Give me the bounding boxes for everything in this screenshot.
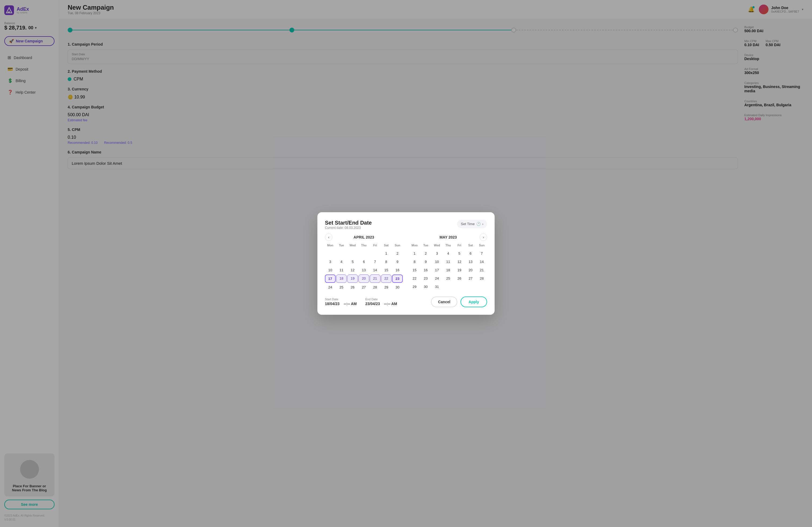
day-header: Thu (443, 243, 453, 249)
calendar-day[interactable]: 8 (381, 258, 392, 266)
may-calendar: MAY 2023 › MonTueWedThuFriSatSun12345678… (409, 235, 487, 291)
calendar-day[interactable]: 4 (336, 258, 347, 266)
calendar-day[interactable]: 16 (392, 266, 403, 274)
calendar-day[interactable]: 22 (409, 274, 420, 282)
calendar-day[interactable]: 14 (476, 258, 487, 266)
calendar-day[interactable]: 23 (420, 274, 431, 282)
calendar-day[interactable]: 10 (325, 266, 336, 274)
day-header: Wed (432, 243, 442, 249)
calendar-day[interactable]: 1 (381, 250, 392, 257)
calendar-day[interactable]: 14 (370, 266, 380, 274)
calendar-day (465, 283, 476, 291)
calendar-day[interactable]: 8 (409, 258, 420, 266)
calendar-day[interactable]: 29 (409, 283, 420, 291)
calendar-day[interactable]: 25 (443, 274, 453, 282)
calendar-day[interactable]: 4 (443, 250, 453, 257)
calendar-day[interactable]: 23 (392, 274, 403, 283)
calendar-day[interactable]: 31 (432, 283, 442, 291)
modal-title: Set Start/End Date (325, 220, 372, 226)
calendar-day[interactable]: 10 (432, 258, 442, 266)
next-month-button[interactable]: › (480, 234, 487, 241)
calendar-day[interactable]: 19 (347, 274, 358, 283)
calendar-day[interactable]: 28 (370, 283, 380, 291)
calendar-day[interactable]: 19 (454, 266, 465, 274)
calendar-day[interactable]: 17 (432, 266, 442, 274)
prev-month-button[interactable]: ‹ (325, 234, 332, 241)
calendar-day[interactable]: 22 (381, 274, 392, 283)
calendar-day[interactable]: 6 (465, 250, 476, 257)
calendar-day[interactable]: 27 (465, 274, 476, 282)
calendar-day[interactable]: 27 (359, 283, 369, 291)
calendar-day[interactable]: 5 (347, 258, 358, 266)
calendar-day (370, 250, 380, 257)
calendar-day[interactable]: 26 (347, 283, 358, 291)
calendar-day (443, 283, 453, 291)
end-date-summary-value: 23/04/23 --:-- AM (365, 302, 397, 306)
calendar-day[interactable]: 2 (420, 250, 431, 257)
calendar-day[interactable]: 21 (476, 266, 487, 274)
end-date-summary: End Date 23/04/23 --:-- AM (365, 298, 397, 306)
clock-icon: 🕐 (476, 222, 481, 226)
start-date-summary-value: 18/04/23 --:-- AM (325, 302, 357, 306)
calendar-day[interactable]: 26 (454, 274, 465, 282)
set-time-button[interactable]: Set Time 🕐 › (457, 220, 487, 228)
modal-overlay[interactable]: Set Start/End Date Current date: 08.03.2… (0, 0, 812, 527)
calendar-day[interactable]: 7 (476, 250, 487, 257)
set-time-chevron-icon: › (482, 222, 483, 226)
calendar-day[interactable]: 21 (370, 274, 380, 283)
calendar-day[interactable]: 18 (336, 274, 347, 283)
calendar-day[interactable]: 6 (359, 258, 369, 266)
calendar-day[interactable]: 13 (359, 266, 369, 274)
calendar-day[interactable]: 2 (392, 250, 403, 257)
calendar-day[interactable]: 15 (409, 266, 420, 274)
calendar-day[interactable]: 11 (443, 258, 453, 266)
may-month-label: MAY 2023 (439, 235, 457, 239)
calendar-day[interactable]: 12 (347, 266, 358, 274)
day-header: Wed (347, 243, 358, 249)
day-header: Fri (370, 243, 380, 249)
start-date-summary-label: Start Date (325, 298, 357, 301)
modal-subtitle: Current date: 08.03.2023 (325, 226, 372, 230)
calendar-day[interactable]: 5 (454, 250, 465, 257)
set-time-label: Set Time (461, 222, 475, 226)
calendar-day[interactable]: 30 (420, 283, 431, 291)
calendar-day[interactable]: 30 (392, 283, 403, 291)
calendar-day[interactable]: 11 (336, 266, 347, 274)
modal-header: Set Start/End Date Current date: 08.03.2… (325, 220, 487, 230)
calendar-day[interactable]: 20 (359, 274, 369, 283)
calendar-day[interactable]: 3 (325, 258, 336, 266)
calendar-day[interactable]: 18 (443, 266, 453, 274)
modal-actions: Cancel Apply (431, 297, 487, 307)
calendar-day[interactable]: 16 (420, 266, 431, 274)
april-month-label: APRIL 2023 (354, 235, 374, 239)
calendar-day[interactable]: 7 (370, 258, 380, 266)
calendar-day[interactable]: 24 (325, 283, 336, 291)
apply-button[interactable]: Apply (461, 297, 487, 307)
day-header: Sun (392, 243, 403, 249)
calendar-day[interactable]: 9 (392, 258, 403, 266)
calendar-day[interactable]: 20 (465, 266, 476, 274)
calendar-day[interactable]: 9 (420, 258, 431, 266)
day-header: Tue (420, 243, 431, 249)
calendar-day[interactable]: 28 (476, 274, 487, 282)
calendar-day (347, 250, 358, 257)
calendar-day[interactable]: 12 (454, 258, 465, 266)
day-header: Sat (465, 243, 476, 249)
calendar-day[interactable]: 3 (432, 250, 442, 257)
day-header: Mon (409, 243, 420, 249)
day-header: Sun (476, 243, 487, 249)
calendars: ‹ APRIL 2023 MonTueWedThuFriSatSun123456… (325, 235, 487, 291)
cancel-button[interactable]: Cancel (431, 297, 457, 307)
calendar-day[interactable]: 1 (409, 250, 420, 257)
calendar-day[interactable]: 13 (465, 258, 476, 266)
calendar-day[interactable]: 25 (336, 283, 347, 291)
calendar-day (336, 250, 347, 257)
calendar-day[interactable]: 29 (381, 283, 392, 291)
day-header: Thu (359, 243, 369, 249)
modal-footer: Start Date 18/04/23 --:-- AM End Date 23… (325, 297, 487, 307)
april-calendar: ‹ APRIL 2023 MonTueWedThuFriSatSun123456… (325, 235, 403, 291)
calendar-day[interactable]: 17 (325, 274, 336, 283)
calendar-day[interactable]: 15 (381, 266, 392, 274)
day-header: Mon (325, 243, 336, 249)
calendar-day[interactable]: 24 (432, 274, 442, 282)
